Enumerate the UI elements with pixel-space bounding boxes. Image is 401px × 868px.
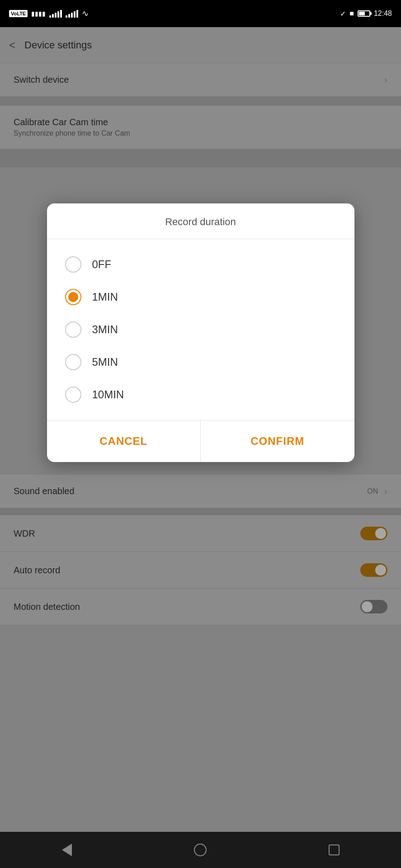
radio-3min	[65, 321, 81, 338]
dialog-options: 0FF 1MIN 3MIN 5MIN 10MIN	[47, 239, 354, 420]
radio-off	[65, 256, 81, 273]
label-10min: 10MIN	[92, 388, 124, 401]
vibrate-icon: ■	[349, 9, 354, 18]
option-3min[interactable]: 3MIN	[65, 313, 336, 346]
label-1min: 1MIN	[92, 291, 118, 303]
option-off[interactable]: 0FF	[65, 248, 336, 281]
option-1min[interactable]: 1MIN	[65, 281, 336, 313]
back-nav-button[interactable]	[58, 841, 76, 859]
battery-container	[358, 10, 370, 17]
radio-1min	[65, 289, 81, 305]
time-display: 12:48	[374, 9, 392, 18]
wifi-icon: ∿	[82, 9, 89, 19]
record-duration-dialog: Record duration 0FF 1MIN 3MIN 5MIN 10MIN…	[47, 203, 354, 462]
status-bar: VoLTE ▮▮▮▮ ∿ ✓ ■ 12:48	[0, 0, 401, 27]
battery-fill	[359, 12, 365, 15]
cancel-button[interactable]: CANCEL	[47, 420, 201, 462]
status-left: VoLTE ▮▮▮▮ ∿	[9, 9, 89, 19]
label-3min: 3MIN	[92, 323, 118, 336]
label-5min: 5MIN	[92, 356, 118, 368]
radio-10min	[65, 387, 81, 403]
volte-badge: VoLTE	[9, 10, 28, 17]
recents-nav-icon	[329, 844, 340, 855]
home-nav-icon	[194, 844, 207, 856]
bluetooth-icon: ✓	[340, 9, 346, 18]
back-nav-icon	[62, 844, 72, 856]
home-nav-button[interactable]	[191, 841, 209, 859]
signal-bars-1	[49, 9, 62, 18]
signal-bars-2	[66, 9, 78, 18]
battery-icon	[358, 10, 370, 17]
dialog-title-bar: Record duration	[47, 203, 354, 239]
network-icon-1: ▮▮▮▮	[31, 10, 46, 17]
bottom-nav	[0, 832, 401, 868]
status-right: ✓ ■ 12:48	[340, 9, 392, 18]
option-5min[interactable]: 5MIN	[65, 346, 336, 378]
option-10min[interactable]: 10MIN	[65, 378, 336, 411]
dialog-buttons: CANCEL CONFIRM	[47, 420, 354, 462]
radio-5min	[65, 354, 81, 370]
confirm-button[interactable]: CONFIRM	[201, 420, 354, 462]
recents-nav-button[interactable]	[325, 841, 343, 859]
dialog-title: Record duration	[165, 216, 236, 227]
label-off: 0FF	[92, 258, 112, 271]
